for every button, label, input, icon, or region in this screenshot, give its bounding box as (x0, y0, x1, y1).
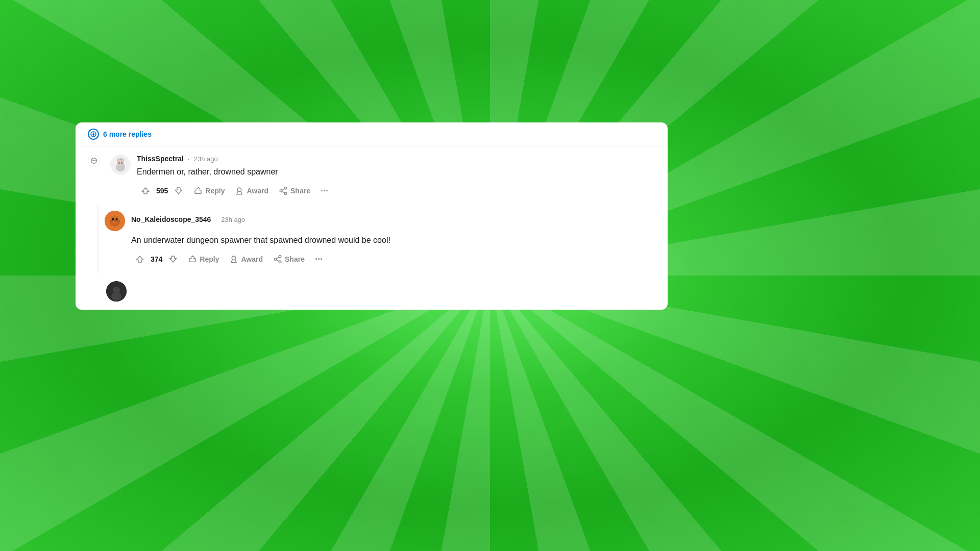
downvote-button-1[interactable] (170, 183, 187, 198)
svg-point-35 (232, 256, 236, 260)
svg-point-18 (284, 192, 287, 195)
comment-header-1: ThissSpectral · 23h ago (137, 155, 655, 163)
svg-point-13 (121, 162, 122, 164)
timestamp-1: 23h ago (194, 155, 218, 163)
comment-content-1: ThissSpectral · 23h ago Endermen or, rat… (137, 155, 655, 198)
reply-icon-1 (193, 186, 203, 195)
share-icon-1 (279, 186, 288, 195)
vote-count-1: 595 (156, 187, 168, 195)
award-label-1: Award (247, 187, 268, 195)
downvote-icon-2 (168, 255, 178, 264)
dot-2: · (215, 215, 217, 223)
svg-line-19 (282, 191, 284, 193)
nested-comment-block: No_Kaleidoscope_3546 · 23h ago An underw… (105, 205, 668, 273)
downvote-icon-1 (174, 186, 183, 195)
reply-icon-2 (188, 255, 197, 264)
svg-point-37 (274, 258, 277, 261)
comment-header-2: No_Kaleidoscope_3546 · 23h ago (131, 215, 245, 223)
partial-comment-row (76, 273, 668, 310)
more-button-2[interactable]: ··· (311, 252, 327, 267)
share-label-2: Share (285, 255, 305, 263)
username-1[interactable]: ThissSpectral (137, 155, 184, 163)
avatar-1 (110, 155, 131, 175)
minus-icon (91, 158, 97, 164)
collapse-button-1[interactable] (88, 155, 100, 167)
share-button-1[interactable]: Share (275, 183, 314, 198)
avatar-3-partial (106, 281, 127, 302)
svg-point-30 (114, 220, 116, 221)
comment-block-1: ThissSpectral · 23h ago Endermen or, rat… (76, 146, 668, 205)
svg-point-29 (116, 218, 118, 220)
reply-label-2: Reply (200, 255, 219, 263)
thread-wrap: No_Kaleidoscope_3546 · 23h ago An underw… (76, 205, 668, 273)
avatar-2 (105, 211, 125, 231)
upvote-button-2[interactable] (131, 252, 149, 267)
reply-label-1: Reply (205, 187, 225, 195)
svg-point-11 (122, 159, 124, 162)
svg-point-16 (284, 187, 287, 190)
vote-section-1: 595 (137, 183, 187, 198)
vote-section-2: 374 (131, 252, 182, 267)
avatar-snoo-svg (111, 155, 130, 174)
action-bar-2: 374 Reply (105, 252, 655, 267)
comment-text-1: Endermen or, rather, drowned spawner (137, 166, 655, 178)
thread-line (97, 205, 99, 273)
timestamp-2: 23h ago (221, 216, 245, 223)
upvote-button-1[interactable] (137, 183, 154, 198)
comments-card: 6 more replies (76, 122, 668, 310)
svg-line-40 (276, 257, 279, 259)
avatar-dark-svg (106, 281, 127, 302)
downvote-button-2[interactable] (164, 252, 182, 267)
vote-count-2: 374 (151, 255, 162, 263)
svg-point-23 (111, 215, 119, 223)
avatar-cat-svg (105, 211, 125, 231)
award-label-2: Award (241, 255, 263, 263)
reply-button-1[interactable]: Reply (189, 183, 229, 198)
more-button-1[interactable]: ··· (316, 184, 332, 198)
svg-point-10 (117, 159, 118, 162)
more-replies-icon (88, 129, 99, 140)
upvote-icon-1 (141, 186, 150, 195)
award-icon-1 (235, 186, 244, 195)
svg-point-17 (280, 190, 282, 192)
svg-line-20 (282, 189, 284, 190)
action-bar-1: 595 Reply (137, 183, 655, 198)
svg-point-38 (279, 261, 281, 263)
share-button-2[interactable]: Share (269, 252, 309, 267)
svg-point-28 (112, 218, 114, 220)
svg-point-12 (118, 162, 120, 164)
comment-text-2: An underwater dungeon spawner that spawn… (105, 234, 655, 246)
award-button-1[interactable]: Award (231, 183, 273, 198)
share-label-1: Share (290, 187, 310, 195)
svg-point-36 (279, 256, 281, 258)
nested-comment-header: No_Kaleidoscope_3546 · 23h ago (105, 211, 655, 231)
svg-point-15 (238, 188, 242, 192)
more-replies-text: 6 more replies (103, 130, 152, 138)
upvote-icon-2 (135, 255, 144, 264)
svg-point-43 (111, 292, 121, 300)
nested-comment-meta: No_Kaleidoscope_3546 · 23h ago (131, 215, 245, 227)
reply-button-2[interactable]: Reply (184, 252, 223, 267)
more-replies-row[interactable]: 6 more replies (76, 122, 668, 146)
dot-1: · (188, 155, 190, 163)
svg-line-39 (276, 260, 279, 261)
username-2[interactable]: No_Kaleidoscope_3546 (131, 215, 211, 223)
award-icon-2 (229, 255, 238, 264)
share-icon-2 (273, 255, 282, 264)
award-button-2[interactable]: Award (225, 252, 267, 267)
